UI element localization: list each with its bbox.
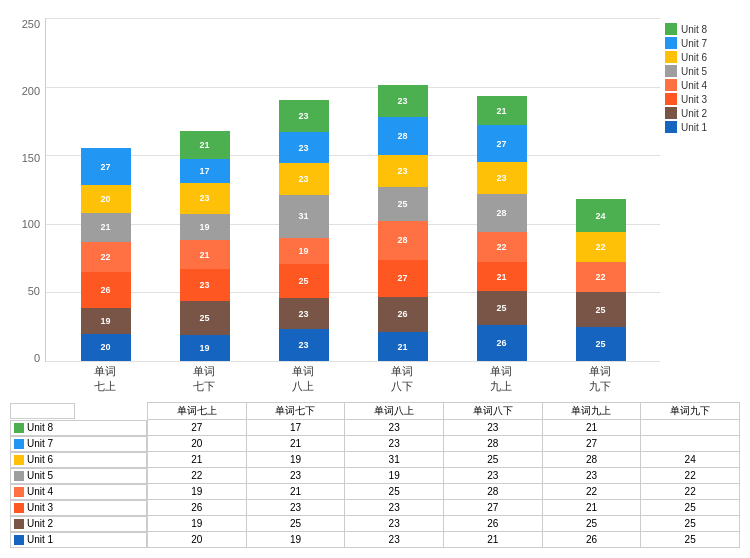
bar-value-label: 25: [199, 313, 209, 323]
bar-segment: 19: [180, 214, 230, 240]
bar-segment: 23: [279, 100, 329, 132]
table-header-cell: 单词七下: [246, 403, 345, 420]
table-cell: 28: [443, 436, 542, 452]
bar-value-label: 20: [100, 194, 110, 204]
x-label-bottom: 九上: [471, 379, 531, 394]
bar-value-label: 28: [496, 208, 506, 218]
legend-item: Unit 1: [665, 121, 740, 133]
legend-color-box: [665, 23, 677, 35]
x-axis-group: 单词 八下: [372, 364, 432, 394]
x-label-top: 单词: [372, 364, 432, 379]
bar-segment: 28: [477, 194, 527, 232]
x-axis-group: 单词 九上: [471, 364, 531, 394]
bar-segment: 23: [279, 329, 329, 361]
bar-segment: 26: [477, 325, 527, 361]
legend-item: Unit 7: [665, 37, 740, 49]
bar-value-label: 21: [496, 272, 506, 282]
bar-segment: 23: [279, 163, 329, 195]
bar-value-label: 19: [298, 246, 308, 256]
table-cell: 21: [246, 484, 345, 500]
x-axis-group: 单词 九下: [570, 364, 630, 394]
table-header-cell: [10, 403, 75, 419]
bar-segment: 27: [477, 125, 527, 162]
bar-segment: 21: [180, 240, 230, 269]
table-header-cell: 单词九上: [542, 403, 641, 420]
bar-segment: 23: [378, 85, 428, 117]
table-cell: [641, 420, 740, 436]
table-unit-label: Unit 3: [10, 500, 147, 516]
table-cell: 20: [148, 436, 247, 452]
bar-value-label: 23: [298, 143, 308, 153]
bar-segment: 19: [81, 308, 131, 334]
bar-group: 1925232119231721: [175, 131, 235, 361]
y-axis-tick: 150: [22, 152, 40, 164]
table-cell: 23: [246, 500, 345, 516]
bar-value-label: 27: [100, 162, 110, 172]
bar-segment: 23: [180, 183, 230, 215]
grid-line: [46, 361, 660, 362]
bar-segment: 19: [180, 335, 230, 361]
bar-segment: 22: [576, 262, 626, 292]
bar-segment: 23: [279, 132, 329, 164]
table-row: Unit 5222319232322: [10, 468, 740, 484]
chart-inner: 250200150100500 201926222120271925232119…: [10, 18, 660, 394]
bar-segment: 24: [576, 199, 626, 232]
bar-value-label: 24: [595, 211, 605, 221]
bar-value-label: 22: [595, 272, 605, 282]
legend-item: Unit 5: [665, 65, 740, 77]
bar-value-label: 27: [496, 139, 506, 149]
bar-value-label: 26: [397, 309, 407, 319]
bar-segment: 23: [180, 269, 230, 301]
x-label-top: 单词: [174, 364, 234, 379]
bar-value-label: 25: [595, 305, 605, 315]
bar-value-label: 21: [199, 140, 209, 150]
bar-value-label: 19: [100, 316, 110, 326]
bar-value-label: 23: [199, 193, 209, 203]
bar-segment: 22: [81, 242, 131, 272]
x-label-bottom: 七上: [75, 379, 135, 394]
table-cell: 26: [542, 532, 641, 548]
bar-value-label: 25: [298, 276, 308, 286]
bar-segment: 28: [378, 117, 428, 155]
x-label-bottom: 九下: [570, 379, 630, 394]
bar-segment: 21: [81, 213, 131, 242]
legend-color-box: [665, 37, 677, 49]
bar-value-label: 23: [199, 280, 209, 290]
bar-value-label: 22: [595, 242, 605, 252]
table-cell: 28: [443, 484, 542, 500]
x-label-bottom: 八上: [273, 379, 333, 394]
table-cell: 27: [148, 420, 247, 436]
table-cell: 25: [641, 516, 740, 532]
bar-value-label: 19: [199, 343, 209, 353]
table-cell: 27: [542, 436, 641, 452]
bar-segment: 20: [81, 185, 131, 212]
y-axis-tick: 250: [22, 18, 40, 30]
table-cell: 19: [148, 516, 247, 532]
table-unit-label: Unit 8: [10, 420, 147, 436]
bar-value-label: 25: [595, 339, 605, 349]
bar-value-label: 25: [496, 303, 506, 313]
bar-segment: 21: [477, 262, 527, 291]
bar-value-label: 31: [298, 211, 308, 221]
bar-value-label: 28: [397, 235, 407, 245]
table-cell: 19: [246, 532, 345, 548]
legend-color-box: [665, 121, 677, 133]
bar-segment: 21: [477, 96, 527, 125]
legend-item: Unit 3: [665, 93, 740, 105]
legend-color-box: [665, 93, 677, 105]
table-row: Unit 6211931252824: [10, 452, 740, 468]
bar-group: 2625212228232721: [472, 96, 532, 361]
bar-segment: 20: [81, 334, 131, 361]
table-cell: 19: [345, 468, 444, 484]
table-cell: 23: [443, 420, 542, 436]
table-unit-label: Unit 1: [10, 532, 147, 548]
table-cell: 31: [345, 452, 444, 468]
bar-segment: 25: [477, 291, 527, 325]
table-header-cell: 单词九下: [641, 403, 740, 420]
bar-value-label: 23: [298, 111, 308, 121]
bars-and-grid: 2019262221202719252321192317212323251931…: [45, 18, 660, 394]
bar-value-label: 26: [100, 285, 110, 295]
table-cell: 25: [641, 500, 740, 516]
legend-label: Unit 1: [681, 122, 707, 133]
main-container: 250200150100500 201926222120271925232119…: [0, 0, 750, 558]
